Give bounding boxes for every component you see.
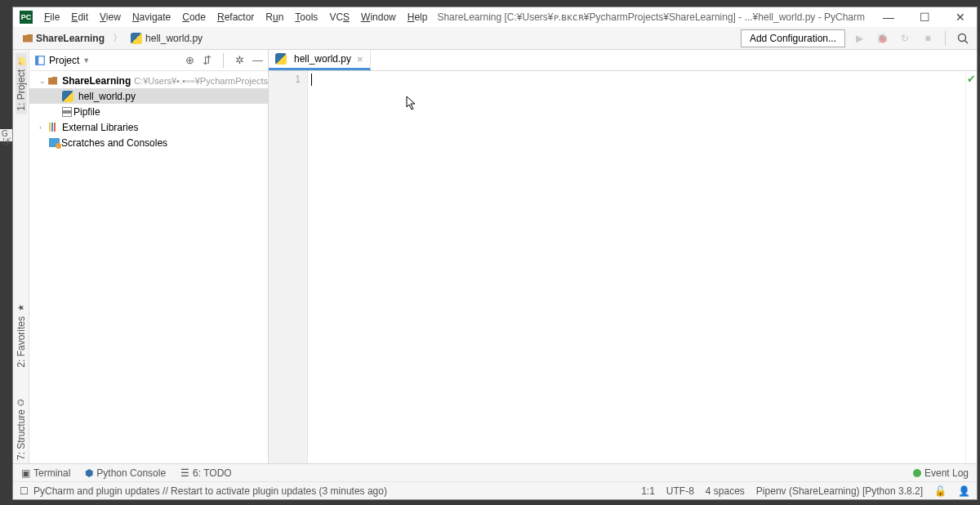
menu-run[interactable]: Run [261,10,288,25]
menu-tools[interactable]: Tools [290,10,323,25]
python-file-icon [275,53,287,65]
tool-todo[interactable]: ☰6: TODO [180,467,232,479]
libraries-icon [49,123,60,132]
search-icon[interactable] [954,29,972,47]
breadcrumb-project-label: ShareLearning [36,33,105,44]
pipfile-icon [62,107,72,117]
menu-window[interactable]: Window [356,10,401,25]
update-icon: ☐ [20,485,29,497]
expand-all-icon[interactable]: ⇵ [203,54,212,66]
status-indent[interactable]: 4 spaces [706,485,745,497]
close-button[interactable]: ✕ [951,7,970,27]
tree-file-hellworld[interactable]: hell_world.py [29,88,268,104]
folder-icon [23,34,33,42]
stop-icon[interactable]: ■ [919,29,937,47]
app-icon: PC [20,11,33,24]
locate-icon[interactable]: ⊕ [185,54,194,66]
svg-point-0 [959,34,966,41]
terminal-icon: ▣ [21,467,30,479]
chevron-right-icon: › [39,123,49,132]
menu-edit[interactable]: Edit [66,10,93,25]
menu-code[interactable]: Code [177,10,211,25]
todo-icon: ☰ [180,467,189,479]
main-menu: File Edit View Navigate Code Refactor Ru… [39,10,432,25]
svg-line-1 [965,40,969,43]
status-caret-pos[interactable]: 1:1 [641,485,655,497]
folder-icon [48,77,57,85]
debug-icon[interactable]: 🐞 [873,29,891,47]
close-tab-icon[interactable]: × [357,53,363,65]
separator [945,31,946,46]
status-interpreter[interactable]: Pipenv (ShareLearning) [Python 3.8.2] [756,485,923,497]
ime-indicator-2: G [2,129,8,138]
python-icon: ⬢ [85,467,93,479]
editor-markers: ✔ [965,71,977,463]
code-editor[interactable] [308,71,965,463]
scratches-icon [49,138,60,147]
tree-project-root[interactable]: ⌄ ShareLearning C:¥Users¥▪.▪▫▫▫¥PycharmP… [29,73,268,88]
breadcrumb-project[interactable]: ShareLearning [18,31,109,46]
coverage-icon[interactable]: ↻ [896,29,914,47]
window-title: ShareLearning [C:¥Users¥ᴘ.ʙᴋᴄʀ¥PycharmPr… [437,11,879,23]
run-icon[interactable]: ▶ [850,29,868,47]
folder-icon: 📁 [16,57,26,66]
lock-icon[interactable]: 🔓 [934,485,947,497]
mouse-cursor-icon [406,96,417,114]
editor-gutter: 1 [269,71,308,463]
chevron-down-icon: ⌄ [39,77,48,85]
hide-icon[interactable]: — [252,54,263,66]
svg-rect-3 [36,56,39,65]
tool-python-console[interactable]: ⬢Python Console [85,467,166,479]
sidebar-tab-favorites[interactable]: 2: Favorites★ [16,301,27,371]
settings-icon[interactable]: ✲ [235,54,244,66]
menu-navigate[interactable]: Navigate [127,10,176,25]
structure-icon: ⌬ [17,398,24,407]
status-message[interactable]: ☐ PyCharm and plugin updates // Restart … [20,485,630,497]
menu-help[interactable]: Help [403,10,433,25]
notification-dot-icon [913,469,921,477]
check-icon: ✔ [966,71,977,85]
editor-tab-hellworld[interactable]: hell_world.py × [269,50,371,70]
tree-scratches[interactable]: Scratches and Consoles [29,135,268,150]
tool-event-log[interactable]: Event Log [913,467,969,479]
tree-file-pipfile[interactable]: Pipfile [29,104,268,119]
tool-terminal[interactable]: ▣Terminal [21,467,70,479]
python-file-icon [131,33,142,44]
status-encoding[interactable]: UTF-8 [666,485,694,497]
add-configuration-button[interactable]: Add Configuration... [741,29,845,47]
text-caret [311,74,312,86]
maximize-button[interactable]: ☐ [915,7,934,27]
star-icon: ★ [16,304,25,313]
breadcrumb-file-label: hell_world.py [145,33,203,44]
minimize-button[interactable]: — [879,7,898,27]
sidebar-tab-project[interactable]: 1: Project📁 [16,53,27,114]
ide-settings-icon[interactable]: 👤 [958,485,970,497]
sidebar-tab-structure[interactable]: 7: Structure⌬ [16,396,27,463]
python-file-icon [62,91,74,102]
menu-file[interactable]: File [39,10,65,25]
menu-view[interactable]: View [95,10,126,25]
tree-external-libraries[interactable]: › External Libraries [29,119,268,135]
menu-vcs[interactable]: VCS [324,10,354,25]
chevron-down-icon: ▼ [82,56,90,65]
project-panel-title[interactable]: Project ▼ [34,55,90,66]
breadcrumb-file[interactable]: hell_world.py [126,31,207,46]
editor-tab-label: hell_world.py [294,53,351,65]
menu-refactor[interactable]: Refactor [212,10,259,25]
breadcrumb-separator: 〉 [113,31,122,45]
